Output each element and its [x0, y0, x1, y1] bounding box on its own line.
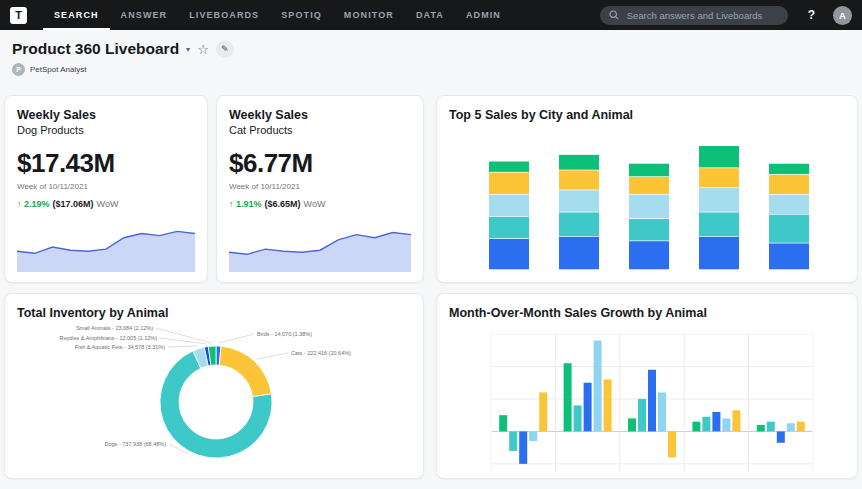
tile-top5-sales: Top 5 Sales by City and Animal [436, 95, 858, 283]
tile-title: Weekly Sales [17, 108, 195, 122]
kpi-value: $17.43M [17, 148, 195, 179]
svg-text:Cats - 222,416 (20.64%): Cats - 222,416 (20.64%) [291, 350, 351, 356]
edit-button[interactable]: ✎ [216, 40, 234, 58]
tile-title: Total Inventory by Animal [17, 306, 411, 320]
inventory-donut-chart[interactable]: Birds - 14,070 (1.38%)Cats - 222,416 (20… [5, 322, 423, 476]
app-logo-icon[interactable]: T [10, 7, 27, 24]
tile-subtitle: Dog Products [17, 124, 195, 136]
kpi-change-row: ↑ 2.19% ($17.06M) WoW [17, 199, 195, 209]
kpi-period: Week of 10/11/2021 [229, 182, 411, 191]
tile-mom-growth: Month-Over-Month Sales Growth by Animal [436, 293, 858, 479]
search-icon [609, 10, 619, 20]
tile-weekly-sales-dog: Weekly Sales Dog Products $17.43M Week o… [4, 95, 208, 283]
mom-grouped-bar-chart[interactable] [491, 334, 813, 472]
kpi-change-prev: ($17.06M) [53, 199, 94, 209]
author-avatar: P [12, 63, 25, 76]
nav-item-admin[interactable]: ADMIN [455, 0, 512, 30]
author-name: PetSpot Analyst [30, 65, 86, 74]
liveboard-header: Product 360 Liveboard ▾ ☆ ✎ P PetSpot An… [0, 30, 862, 76]
nav-item-liveboards[interactable]: LIVEBOARDS [178, 0, 270, 30]
tile-title: Top 5 Sales by City and Animal [449, 108, 845, 122]
svg-text:Birds - 14,070 (1.38%): Birds - 14,070 (1.38%) [257, 331, 312, 337]
kpi-change-label: WoW [304, 199, 326, 209]
title-caret-icon[interactable]: ▾ [186, 45, 190, 54]
kpi-change-row: ↑ 1.91% ($6.65M) WoW [229, 199, 411, 209]
author-row: P PetSpot Analyst [12, 63, 850, 76]
tile-subtitle: Cat Products [229, 124, 411, 136]
top-nav: T SEARCH ANSWER LIVEBOARDS SPOTIQ MONITO… [0, 0, 862, 30]
nav-item-monitor[interactable]: MONITOR [333, 0, 405, 30]
svg-text:Reptiles & Amphibians - 12,005: Reptiles & Amphibians - 12,005 (1.12%) [59, 335, 157, 341]
svg-text:Dogs - 737,938 (68.48%): Dogs - 737,938 (68.48%) [105, 441, 167, 447]
cat-sparkline-chart[interactable] [229, 220, 411, 272]
kpi-change-pct: ↑ 1.91% [229, 199, 262, 209]
kpi-change-label: WoW [97, 199, 119, 209]
pencil-icon: ✎ [221, 44, 229, 54]
nav-item-spotiq[interactable]: SPOTIQ [270, 0, 333, 30]
dog-sparkline-chart[interactable] [17, 220, 195, 272]
global-search-input[interactable] [625, 9, 779, 22]
user-avatar[interactable]: A [833, 6, 852, 25]
tile-weekly-sales-cat: Weekly Sales Cat Products $6.77M Week of… [216, 95, 424, 283]
page-title: Product 360 Liveboard [12, 40, 179, 58]
global-search[interactable] [600, 6, 788, 25]
kpi-period: Week of 10/11/2021 [17, 182, 195, 191]
svg-text:Fish & Aquatic Pets - 34,578 (: Fish & Aquatic Pets - 34,578 (3.31%) [75, 344, 165, 350]
nav-item-search[interactable]: SEARCH [43, 0, 110, 30]
svg-text:Small Animals - 23,084 (2.12%): Small Animals - 23,084 (2.12%) [76, 325, 153, 331]
favorite-star-button[interactable]: ☆ [197, 43, 209, 56]
kpi-change-pct: ↑ 2.19% [17, 199, 50, 209]
kpi-value: $6.77M [229, 148, 411, 179]
tile-title: Month-Over-Month Sales Growth by Animal [449, 306, 845, 320]
top5-stacked-bar-chart[interactable] [437, 138, 857, 274]
nav-item-answer[interactable]: ANSWER [110, 0, 179, 30]
tile-title: Weekly Sales [229, 108, 411, 122]
kpi-change-prev: ($6.65M) [265, 199, 301, 209]
tile-total-inventory: Total Inventory by Animal Birds - 14,070… [4, 293, 424, 479]
help-button[interactable]: ? [802, 7, 821, 23]
nav-item-data[interactable]: DATA [405, 0, 455, 30]
